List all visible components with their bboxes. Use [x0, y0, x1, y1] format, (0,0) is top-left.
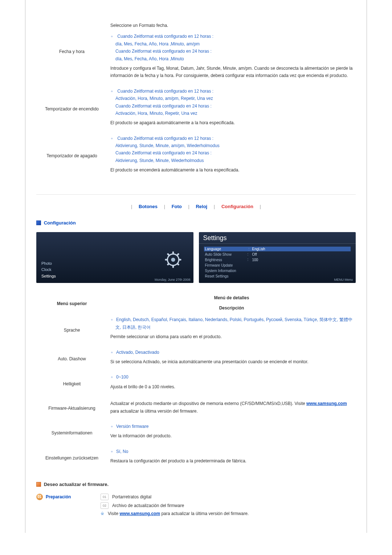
- row-label: Sprache: [36, 314, 107, 346]
- screenshot-main-menu: Photo Clock Settings Monday, June: [36, 232, 193, 283]
- header-menu-detalles: Menú de detalles: [107, 292, 356, 302]
- table-row: Temporizador de encendido Cuando Zeitfor…: [36, 85, 356, 133]
- option-text: Sí, No: [115, 448, 353, 455]
- option-text: English, Deutsch, Español, Français, Ita…: [115, 316, 353, 331]
- item-number-icon: 02: [101, 502, 109, 509]
- row-label: Firmware-Aktualisierung: [36, 396, 107, 421]
- row-description: El producto se encenderá automáticamente…: [110, 166, 353, 174]
- screenshot-settings: Settings Language:EngLish Auto Slide Sho…: [199, 232, 356, 283]
- square-bullet-icon: [36, 482, 41, 487]
- prep-step: 01 Preparación 01 Portarretratos digital…: [36, 494, 356, 518]
- details-table: Menú superior Menú de detalles Descripci…: [36, 292, 356, 471]
- row-pre-desc: Seleccione un Formato fecha.: [110, 22, 353, 29]
- item-number-icon: 01: [101, 494, 109, 500]
- table-row: Temporizador de apagado Cuando Zeitforma…: [36, 133, 356, 180]
- tab-configuracion[interactable]: Configuración: [221, 204, 253, 209]
- row-label: Fecha y hora: [36, 18, 107, 85]
- tab-foto[interactable]: Foto: [172, 204, 182, 209]
- section-title-configuracion: Configuración: [36, 220, 356, 226]
- settings-row-label: System Information: [204, 268, 248, 273]
- svg-point-9: [171, 258, 175, 262]
- svg-rect-2: [172, 265, 173, 268]
- header-descripcion: Descripción: [107, 302, 356, 314]
- section-title-firmware: Deseo actualizar el firmware.: [36, 482, 356, 487]
- table-row: Firmware-Aktualisierung Actualizar el pr…: [36, 396, 356, 421]
- row-label: Systeminformationen: [36, 421, 107, 446]
- row-label: Einstellungen zurücksetzen: [36, 446, 107, 471]
- option-text: Versión firmware: [115, 423, 353, 430]
- prep-note: Visite www.samsung.com para actualizar l…: [108, 511, 249, 516]
- table-row: Fecha y hora Seleccione un Formato fecha…: [36, 18, 356, 85]
- settings-row-value: Off: [251, 252, 351, 257]
- prep-item: Archivo de actualización del firmware: [112, 503, 184, 508]
- settings-row-label: Brightness: [204, 258, 248, 262]
- screenshot-title: Settings: [199, 232, 356, 244]
- screenshot-footer: Monday, June 27th 2008: [155, 278, 190, 281]
- row-description: El producto se apagará automáticamente a…: [110, 119, 353, 126]
- svg-rect-4: [178, 259, 181, 260]
- screenshot-row: Photo Clock Settings Monday, June: [36, 232, 356, 283]
- prep-item: Portarretratos digital: [112, 494, 151, 499]
- row-description: Restaura la configuración del producto a…: [110, 457, 353, 465]
- step-title: Preparación: [46, 494, 71, 499]
- row-label: Temporizador de apagado: [36, 133, 107, 180]
- svg-rect-1: [172, 251, 173, 254]
- row-label: Auto. Diashow: [36, 347, 107, 372]
- top-definitions-table: Fecha y hora Seleccione un Formato fecha…: [36, 18, 356, 180]
- samsung-link[interactable]: www.samsung.com: [119, 511, 160, 516]
- row-description: Permite seleccionar un idioma para usarl…: [110, 333, 353, 340]
- menu-item: Clock: [41, 267, 56, 273]
- option-text: Cuando Zeitformat está configurado en 12…: [115, 88, 353, 117]
- tabs-bar: | Botones | Foto | Reloj | Configuración…: [36, 194, 356, 209]
- settings-row-value: EngLish: [251, 247, 351, 251]
- settings-row-label: Auto Slide Show: [204, 252, 248, 257]
- row-description: Actualizar el producto mediante un dispo…: [110, 400, 353, 415]
- option-text: Cuando Zeitformat está configurado en 12…: [115, 135, 353, 165]
- table-row: Systeminformationen Versión firmware Ver…: [36, 421, 356, 446]
- gear-icon: [163, 250, 183, 270]
- menu-item-selected: Settings: [41, 273, 56, 280]
- row-label: Helligkeit: [36, 371, 107, 396]
- note-icon: ※: [101, 511, 104, 516]
- screenshot-footer: MENU Menu: [334, 278, 353, 281]
- menu-item: Photo: [41, 260, 56, 267]
- settings-row-label: Reset Settings: [204, 274, 248, 279]
- row-description: Introduce y configura el Tag, Monat, Dat…: [110, 65, 353, 80]
- svg-rect-3: [165, 259, 168, 260]
- option-text: Activado, Desactivado: [115, 349, 353, 356]
- header-menu-superior: Menú superior: [36, 292, 107, 314]
- tab-separator: |: [131, 204, 132, 209]
- square-bullet-icon: [36, 220, 41, 225]
- settings-row-label: Firmware Update: [204, 263, 248, 268]
- table-row: Auto. Diashow Activado, Desactivado Si s…: [36, 347, 356, 372]
- table-row: Sprache English, Deutsch, Español, Franç…: [36, 314, 356, 346]
- tab-botones[interactable]: Botones: [139, 204, 158, 209]
- samsung-link[interactable]: www.samsung.com: [306, 401, 347, 406]
- option-text: Cuando Zeitformat está configurado en 12…: [115, 33, 353, 62]
- option-text: 0~100: [115, 373, 353, 381]
- settings-row-value: 100: [251, 258, 351, 262]
- settings-row-label: Language: [204, 247, 248, 251]
- table-row: Einstellungen zurücksetzen Sí, No Restau…: [36, 446, 356, 471]
- row-label: Temporizador de encendido: [36, 85, 107, 133]
- step-number-icon: 01: [36, 494, 43, 500]
- row-description: Ajusta el brillo de 0 a 100 niveles.: [110, 383, 353, 390]
- tab-reloj[interactable]: Reloj: [196, 204, 207, 209]
- row-description: Ver la información del producto.: [110, 432, 353, 439]
- table-row: Helligkeit 0~100 Ajusta el brillo de 0 a…: [36, 371, 356, 396]
- row-description: Si se selecciona Activado, se inicia aut…: [110, 358, 353, 365]
